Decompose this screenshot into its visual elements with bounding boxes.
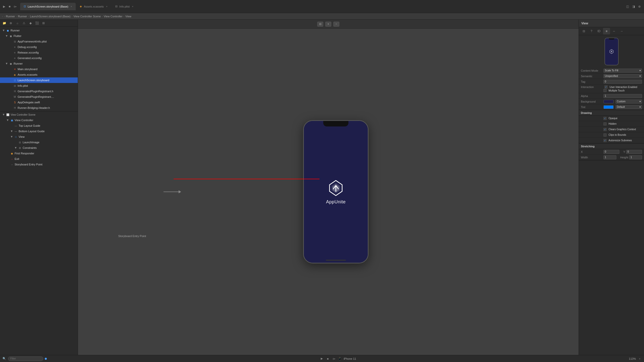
clips-bounds-checkbox[interactable]: ✓ [603, 133, 607, 137]
issue-icon[interactable]: ⚠ [21, 20, 27, 26]
entry-point-arrow [164, 190, 181, 193]
multiple-touch-checkbox[interactable] [603, 89, 607, 92]
sidebar-label-info-plist: Info.plist [18, 84, 28, 87]
sidebar-item-bridging-header[interactable]: ▶ H Runner-Bridging-Header.h [0, 105, 78, 111]
size-inspector-icon[interactable]: ↔ [611, 28, 618, 34]
tab-launch-screen[interactable]: ⊡ LaunchScreen.storyboard (Base) × [20, 3, 76, 10]
search-icon[interactable]: ⌕ [15, 20, 20, 26]
filter-input[interactable] [8, 356, 43, 361]
zoom-out-button[interactable]: − [333, 22, 339, 27]
multiple-touch-label: Multiple Touch [609, 89, 625, 92]
sidebar-item-vc-scene[interactable]: ▶ ⬜ View Controller Scene [0, 112, 78, 117]
sidebar-item-first-responder[interactable]: ▶ ◉ First Responder [0, 151, 78, 156]
opaque-value: Opaque [609, 117, 618, 120]
device-picker-icon[interactable]: 📱 [338, 356, 342, 361]
test-icon[interactable]: ◆ [28, 20, 33, 26]
opaque-row: ✓ Opaque [579, 116, 644, 121]
debug-icon[interactable]: ⬛ [34, 20, 40, 26]
source-icon[interactable]: ⊞ [41, 20, 46, 26]
breadcrumb-runner2[interactable]: Runner [18, 15, 27, 18]
attributes-inspector-icon[interactable]: ≡ [603, 28, 610, 34]
folder-icon[interactable]: 📁 [2, 20, 7, 26]
sidebar-item-top-layout[interactable]: ▶ — Top Layout Guide [0, 123, 78, 128]
semantic-select[interactable]: Unspecified ▾ [603, 74, 642, 78]
user-interaction-checkbox[interactable]: ✓ [605, 85, 608, 88]
stop-bottom-icon[interactable]: ■ [326, 356, 330, 361]
run-button[interactable]: ▶ [2, 5, 6, 9]
sidebar-item-main-storyboard[interactable]: ▶ ✕ Main.storyboard [0, 66, 78, 72]
symbol-icon[interactable]: ⊕ [8, 20, 14, 26]
nav-back-icon[interactable]: ‹ [2, 15, 3, 18]
sidebar-item-runner-files[interactable]: ▶ ◼ Runner [0, 61, 78, 66]
sidebar-item-view[interactable]: ▶ □ View [0, 134, 78, 140]
sidebar-item-launchscreen[interactable]: ▶ ⊡ LaunchScreen.storyboard [0, 77, 78, 83]
tint-select[interactable]: Default ▾ [616, 105, 642, 109]
sidebar-item-appframework[interactable]: ▶ ⊟ AppFrameworkInfo.plist [0, 39, 78, 44]
sidebar-label-first-responder: First Responder [15, 152, 34, 155]
hide-inspector-icon[interactable]: ◨ [631, 4, 636, 9]
sidebar-item-info-plist-runner[interactable]: ▶ ⊟ Info.plist [0, 83, 78, 88]
sidebar-item-constraints[interactable]: ▶ ⊞ Constraints [0, 145, 78, 151]
sidebar-item-entry-point[interactable]: ▶ → Storyboard Entry Point [0, 162, 78, 167]
sidebar-item-bottom-layout[interactable]: ▶ — Bottom Layout Guide [0, 128, 78, 134]
tab-close-button[interactable]: × [70, 5, 73, 8]
hidden-checkbox[interactable]: ✓ [603, 122, 607, 125]
tab-plist-close[interactable]: × [131, 5, 134, 8]
canvas-content[interactable]: AppUnite Storyboard Entry Point [78, 29, 579, 355]
background-value: Custom [617, 100, 625, 103]
tab-assets[interactable]: ◈ Assets.xcassets × [76, 3, 111, 10]
hide-navigator-icon[interactable]: ◫ [625, 4, 630, 9]
tint-label: Tint [581, 106, 603, 109]
breadcrumb-controller[interactable]: View Controller [104, 15, 122, 18]
scheme-selector[interactable]: ⌲ [13, 5, 17, 9]
nav-forward-icon[interactable]: › [4, 15, 5, 18]
sidebar-item-runner-group[interactable]: ▶ ◼ Runner [0, 28, 78, 33]
sidebar-item-assets-xcassets[interactable]: ▶ ◈ Assets.xcassets [0, 72, 78, 77]
sidebar-item-generatedplugin-m[interactable]: ▶ M GeneratedPluginRegistrant.... [0, 94, 78, 100]
sidebar-item-flutter-group[interactable]: ▶ ◼ Flutter [0, 33, 78, 39]
sidebar-item-release[interactable]: ▶ ≡ Release.xcconfig [0, 50, 78, 55]
sidebar-item-exit[interactable]: ▶ → Exit [0, 156, 78, 162]
breadcrumb-storyboard[interactable]: LaunchScreen.storyboard (Base) [30, 15, 70, 18]
sidebar-item-launch-image[interactable]: ▶ ⊟ LaunchImage [0, 140, 78, 145]
zoom-in-bottom-icon[interactable]: + [637, 356, 642, 361]
breadcrumb-view[interactable]: View [125, 15, 131, 18]
tag-input[interactable]: 0 [603, 80, 642, 84]
alpha-input[interactable]: 1 [603, 94, 642, 98]
stretching-x-input[interactable]: 0 [603, 150, 619, 154]
device-label-bottom: iPhone 11 [344, 357, 356, 360]
stretching-xy-row: X 0 Y 0 [579, 149, 644, 155]
clips-bounds-value: Clips to Bounds [609, 133, 626, 136]
sidebar-item-appdelegate[interactable]: ▶ S AppDelegate.swift [0, 100, 78, 105]
tab-assets-close[interactable]: × [105, 5, 108, 8]
opaque-checkbox[interactable]: ✓ [603, 117, 607, 120]
background-color-swatch[interactable] [603, 100, 614, 103]
identity-inspector-icon[interactable]: ID [595, 28, 602, 34]
stretching-height-input[interactable]: 1 [629, 155, 642, 159]
autoresize-checkbox[interactable]: ✓ [603, 139, 607, 142]
sidebar-item-debug[interactable]: ▶ ≡ Debug.xcconfig [0, 44, 78, 50]
tint-color-swatch[interactable] [603, 105, 614, 109]
stop-button[interactable]: ■ [8, 5, 12, 9]
zoom-in-button[interactable]: + [325, 22, 331, 27]
stretching-width-input[interactable]: 1 [603, 155, 616, 159]
connections-inspector-icon[interactable]: → [618, 28, 625, 34]
breadcrumb-runner[interactable]: Runner [6, 15, 15, 18]
file-inspector-icon[interactable]: ⊟ [580, 28, 587, 34]
tab-info-plist[interactable]: ⊟ Info.plist × [112, 3, 137, 10]
clears-graphics-checkbox[interactable]: ✓ [603, 128, 607, 131]
tag-row: Tag 0 [579, 79, 644, 84]
background-select[interactable]: Custom ▾ [616, 100, 642, 104]
quick-help-icon[interactable]: ? [588, 28, 595, 34]
play-bottom-icon[interactable]: ▶ [319, 356, 324, 361]
scheme-bottom-icon[interactable]: ⌲ [332, 356, 336, 361]
zoom-fit-button[interactable]: ⊡ [317, 22, 323, 27]
breadcrumb-scene[interactable]: View Controller Scene [73, 15, 101, 18]
content-mode-select[interactable]: Scale To Fill ▾ [603, 69, 642, 73]
first-responder-icon: ◉ [10, 152, 14, 155]
sidebar-item-generated-xcconfig[interactable]: ▶ ≡ Generated.xcconfig [0, 55, 78, 61]
sidebar-item-view-controller[interactable]: ▶ ▣ View Controller [0, 117, 78, 123]
stretching-y-input[interactable]: 0 [626, 150, 642, 154]
add-editor-icon[interactable]: ⊕ [637, 4, 642, 9]
sidebar-item-generatedplugin-h[interactable]: ▶ H GeneratedPluginRegistrant.h [0, 88, 78, 94]
